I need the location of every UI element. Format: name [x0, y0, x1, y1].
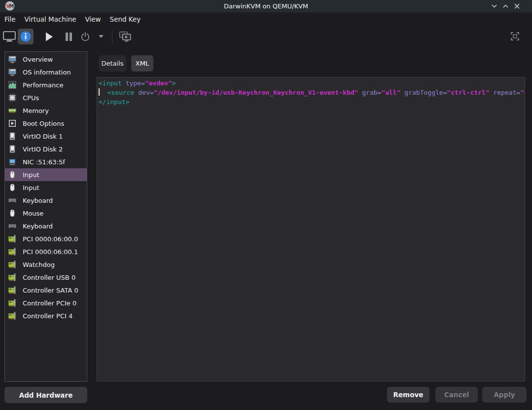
- mouse-icon: [8, 209, 16, 217]
- sidebar-item-input[interactable]: Input: [5, 181, 87, 194]
- sidebar-item-controller-usb-0[interactable]: Controller USB 0: [5, 271, 87, 284]
- pci-card-icon: [8, 235, 16, 243]
- boot-play-icon: [8, 119, 16, 127]
- tab-xml[interactable]: XML: [131, 55, 153, 72]
- memory-module-icon: [8, 107, 16, 114]
- console-monitor-icon[interactable]: [3, 31, 16, 42]
- menubar: File Virtual Machine View Send Key: [0, 12, 532, 26]
- toolbar: [0, 26, 532, 47]
- menu-send-key[interactable]: Send Key: [106, 12, 145, 26]
- sidebar-item-input[interactable]: Input: [5, 168, 87, 181]
- menu-view[interactable]: View: [81, 12, 106, 26]
- sidebar-item-memory[interactable]: Memory: [5, 104, 87, 117]
- sidebar-item-performance[interactable]: Performance: [5, 78, 87, 91]
- close-button[interactable]: [513, 2, 521, 10]
- tab-details[interactable]: Details: [99, 55, 126, 72]
- sidebar-item-pci-0000-06-00-1[interactable]: PCI 0000:06:00.1: [5, 245, 87, 258]
- sidebar-item-pci-0000-06-00-0[interactable]: PCI 0000:06:00.0: [5, 232, 87, 245]
- sidebar-item-controller-pci-4[interactable]: Controller PCI 4: [5, 309, 87, 322]
- monitor-window-icon: [8, 68, 16, 76]
- sidebar-item-watchdog[interactable]: Watchdog: [5, 258, 87, 271]
- sidebar-item-cpus[interactable]: CPUs: [5, 91, 87, 104]
- menu-virtual-machine[interactable]: Virtual Machine: [20, 12, 81, 26]
- info-icon: [20, 31, 31, 42]
- titlebar: V M DarwinKVM on QEMU/KVM: [0, 0, 532, 12]
- run-button[interactable]: [45, 32, 53, 41]
- pci-card-icon: [8, 261, 16, 268]
- toolbar-separator: [112, 30, 112, 43]
- add-hardware-button[interactable]: Add Hardware: [4, 387, 87, 403]
- minimize-button[interactable]: [491, 2, 498, 10]
- maximize-button[interactable]: [502, 2, 509, 10]
- show-details-button[interactable]: [18, 29, 34, 44]
- sidebar-item-nic-51-63-5f[interactable]: NIC :51:63:5f: [5, 155, 87, 168]
- sidebar-item-virtio-disk-2[interactable]: VirtIO Disk 2: [5, 143, 87, 155]
- pci-card-icon: [8, 299, 16, 307]
- disk-drive-icon: [8, 145, 16, 153]
- keyboard-icon: [8, 222, 16, 230]
- cpu-chip-icon: [8, 94, 16, 102]
- pci-card-icon: [8, 248, 16, 256]
- cancel-button[interactable]: Cancel: [435, 387, 478, 403]
- apply-button[interactable]: Apply: [482, 387, 527, 403]
- disk-drive-icon: [8, 132, 16, 140]
- sidebar-item-os-information[interactable]: OS information: [5, 66, 87, 78]
- keyboard-icon: [8, 196, 16, 204]
- monitor-window-icon: [8, 55, 16, 63]
- pci-card-icon: [8, 286, 16, 294]
- shutdown-button[interactable]: [81, 32, 90, 41]
- virtual-displays-icon[interactable]: [119, 32, 131, 42]
- sidebar-item-overview[interactable]: Overview: [5, 53, 87, 66]
- sidebar-item-keyboard[interactable]: Keyboard: [5, 220, 87, 232]
- pause-button[interactable]: [65, 33, 72, 41]
- performance-chart-icon: [8, 81, 16, 89]
- sidebar-item-controller-sata-0[interactable]: Controller SATA 0: [5, 284, 87, 297]
- network-card-icon: [8, 158, 16, 166]
- sidebar-item-controller-pcie-0[interactable]: Controller PCIe 0: [5, 297, 87, 309]
- sidebar-item-mouse[interactable]: Mouse: [5, 207, 87, 220]
- pci-card-icon: [8, 273, 16, 281]
- mouse-icon: [8, 171, 16, 179]
- sidebar-item-virtio-disk-1[interactable]: VirtIO Disk 1: [5, 130, 87, 143]
- sidebar-item-keyboard[interactable]: Keyboard: [5, 194, 87, 207]
- fullscreen-icon[interactable]: [511, 32, 519, 40]
- menu-file[interactable]: File: [0, 12, 20, 26]
- mouse-icon: [8, 184, 16, 191]
- window-title: DarwinKVM on QEMU/KVM: [0, 0, 532, 12]
- xml-editor[interactable]: <input type="evdev"> <source dev="/dev/i…: [97, 77, 525, 381]
- xml-code: <input type="evdev"> <source dev="/dev/i…: [99, 78, 525, 107]
- pci-card-icon: [8, 312, 16, 320]
- sidebar-item-boot-options[interactable]: Boot Options: [5, 117, 87, 130]
- shutdown-menu-caret-icon[interactable]: [99, 35, 104, 38]
- hardware-list: Overview OS information Performance CPUs…: [4, 51, 87, 382]
- remove-button[interactable]: Remove: [387, 387, 429, 403]
